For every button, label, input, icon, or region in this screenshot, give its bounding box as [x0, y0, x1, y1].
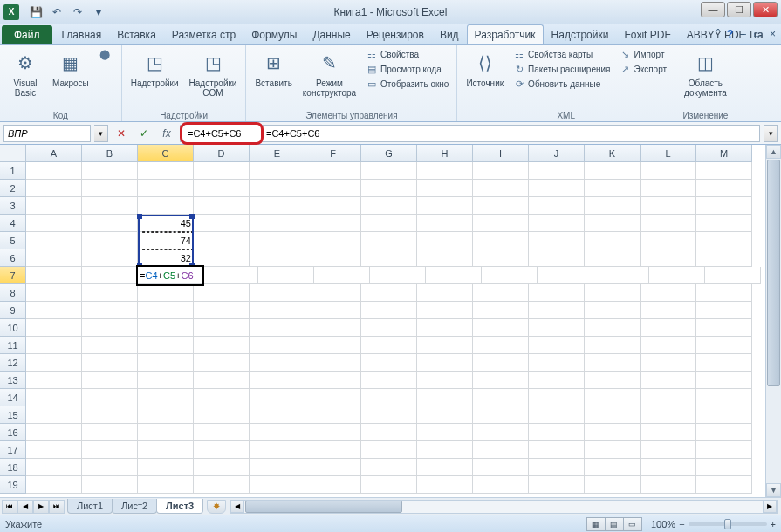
cell[interactable] [417, 354, 473, 372]
ribbon-tab-разметка стр[interactable]: Разметка стр [164, 24, 243, 44]
row-header[interactable]: 13 [0, 372, 26, 389]
cell[interactable] [194, 476, 250, 494]
cell[interactable] [641, 180, 696, 197]
cell[interactable] [473, 162, 529, 180]
cell[interactable] [194, 406, 250, 424]
cell[interactable] [82, 441, 138, 459]
cell[interactable] [194, 389, 250, 406]
cell[interactable] [473, 249, 529, 267]
cell[interactable] [473, 337, 529, 354]
cell[interactable] [305, 180, 361, 197]
minimize-ribbon-icon[interactable]: ˆ [716, 28, 720, 40]
cell[interactable] [473, 197, 529, 215]
cell[interactable] [473, 284, 529, 302]
scroll-left-icon[interactable]: ◀ [230, 501, 244, 513]
cell[interactable] [473, 372, 529, 389]
cell[interactable] [417, 337, 473, 354]
ribbon-button[interactable]: ◳Надстройки [127, 47, 182, 90]
cell[interactable] [194, 459, 250, 476]
cell[interactable] [696, 284, 752, 302]
cell[interactable] [305, 337, 361, 354]
name-box[interactable]: ВПР [3, 125, 91, 142]
cell[interactable] [585, 476, 641, 494]
cell[interactable] [361, 424, 417, 441]
zoom-slider[interactable] [689, 522, 767, 526]
cell[interactable] [696, 354, 752, 372]
maximize-button[interactable]: ☐ [727, 2, 751, 17]
cell[interactable] [26, 162, 82, 180]
column-header[interactable]: M [696, 145, 752, 162]
cell[interactable] [361, 180, 417, 197]
cell[interactable] [473, 389, 529, 406]
cell[interactable] [26, 232, 82, 249]
page-layout-view-icon[interactable]: ▤ [605, 517, 624, 531]
cell[interactable] [250, 389, 305, 406]
cell[interactable] [361, 319, 417, 337]
cell[interactable] [641, 476, 696, 494]
cell[interactable] [696, 180, 752, 197]
cell[interactable] [250, 162, 305, 180]
cell[interactable] [26, 476, 82, 494]
cell[interactable] [305, 424, 361, 441]
row-header[interactable]: 14 [0, 389, 26, 406]
cell[interactable] [82, 319, 138, 337]
cell[interactable] [194, 232, 250, 249]
cell[interactable] [696, 406, 752, 424]
cell[interactable] [305, 302, 361, 319]
cell[interactable] [361, 337, 417, 354]
cell[interactable] [696, 459, 752, 476]
cell[interactable] [696, 337, 752, 354]
cell[interactable] [529, 372, 585, 389]
ribbon-tab-данные[interactable]: Данные [305, 24, 358, 44]
cell[interactable] [585, 354, 641, 372]
cell[interactable] [641, 406, 696, 424]
cell[interactable] [250, 215, 305, 232]
ribbon-small-button[interactable]: ⬤ [96, 47, 116, 61]
scroll-right-icon[interactable]: ▶ [763, 501, 777, 513]
cell[interactable]: 74 [138, 232, 194, 249]
cell[interactable] [194, 180, 250, 197]
qat-more-icon[interactable]: ▾ [89, 3, 108, 21]
cell[interactable] [82, 232, 138, 249]
cell[interactable] [641, 354, 696, 372]
cell[interactable] [417, 197, 473, 215]
zoom-slider-thumb[interactable] [724, 519, 731, 529]
cell[interactable] [641, 232, 696, 249]
ribbon-button[interactable]: ⟨⟩Источник [462, 47, 507, 90]
row-header[interactable]: 12 [0, 354, 26, 372]
cell[interactable] [361, 389, 417, 406]
ribbon-small-button[interactable]: ↘Импорт [617, 47, 670, 61]
cell[interactable] [138, 197, 194, 215]
cell[interactable] [585, 459, 641, 476]
column-header[interactable]: B [82, 145, 138, 162]
cell[interactable] [26, 267, 82, 284]
cell[interactable] [82, 459, 138, 476]
cell[interactable] [641, 389, 696, 406]
column-header[interactable]: F [305, 145, 361, 162]
cell[interactable] [194, 162, 250, 180]
cell[interactable] [138, 337, 194, 354]
row-header[interactable]: 6 [0, 249, 26, 267]
cell[interactable] [305, 232, 361, 249]
column-header[interactable]: E [250, 145, 305, 162]
column-header[interactable]: H [417, 145, 473, 162]
expand-formula-bar-icon[interactable]: ▾ [764, 125, 778, 142]
cell[interactable] [696, 162, 752, 180]
vertical-scrollbar[interactable]: ▲ ▼ [765, 145, 781, 497]
horizontal-scrollbar[interactable]: ◀ ▶ [230, 500, 778, 514]
cell[interactable] [194, 424, 250, 441]
undo-icon[interactable]: ↶ [47, 3, 66, 21]
cell[interactable] [305, 389, 361, 406]
row-header[interactable]: 4 [0, 215, 26, 232]
cell[interactable] [138, 302, 194, 319]
cell[interactable] [641, 302, 696, 319]
row-header[interactable]: 8 [0, 284, 26, 302]
row-header[interactable]: 10 [0, 319, 26, 337]
prev-sheet-icon[interactable]: ◀ [17, 500, 33, 514]
cell[interactable] [529, 441, 585, 459]
cell[interactable]: 32 [138, 249, 194, 267]
cell[interactable] [585, 406, 641, 424]
cell[interactable] [696, 319, 752, 337]
cell[interactable] [417, 441, 473, 459]
row-header[interactable]: 18 [0, 459, 26, 476]
